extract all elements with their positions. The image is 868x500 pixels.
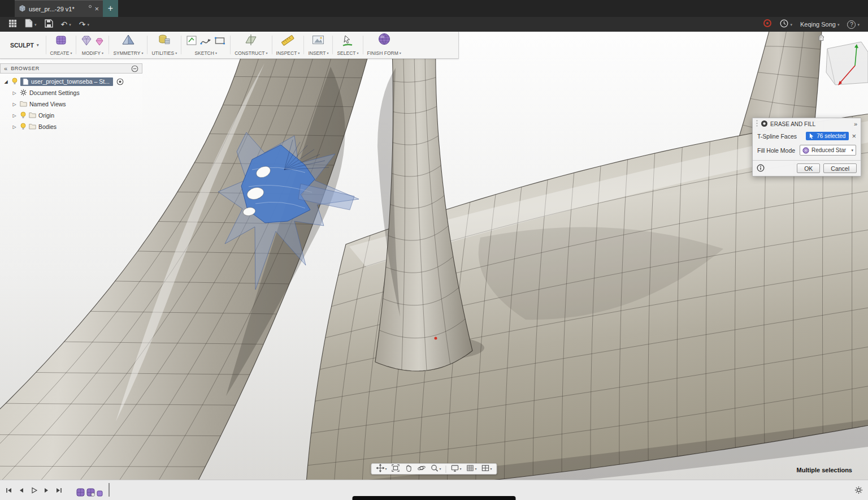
zoom-button[interactable]: ▾	[428, 464, 442, 475]
play-button[interactable]	[30, 486, 38, 494]
cancel-button[interactable]: Cancel	[823, 163, 857, 173]
expand-closed-icon[interactable]: ▷	[11, 90, 18, 96]
form-feature-icon[interactable]	[86, 488, 95, 497]
pan-hand-button[interactable]	[402, 464, 414, 475]
dialog-row-fill-hole-mode: Fill Hole Mode Reduced Star ▾	[753, 143, 861, 158]
tree-row-origin[interactable]: ▷ Origin	[0, 110, 142, 121]
ribbon-separator	[230, 36, 231, 54]
activate-target-icon[interactable]	[116, 78, 124, 85]
expand-open-icon[interactable]: ◢	[3, 79, 9, 84]
root-document-item[interactable]: user_project_townseba – St...	[20, 77, 113, 86]
folder-icon	[29, 123, 36, 131]
form-feature-icon[interactable]	[76, 488, 85, 497]
redo-button[interactable]: ↷▾	[76, 18, 92, 31]
go-to-start-button[interactable]	[5, 486, 13, 494]
fit-icon	[391, 464, 400, 475]
utilities-menu[interactable]: UTILITIES▾	[151, 50, 177, 56]
utilities-stack-icon[interactable]	[158, 33, 171, 49]
undo-button[interactable]: ↶▾	[58, 18, 74, 31]
expand-closed-icon[interactable]: ▷	[11, 124, 18, 130]
ribbon-group-utilities: UTILITIES▾	[149, 32, 180, 58]
orbit-button[interactable]	[415, 464, 427, 475]
caret-down-icon: ▾	[857, 23, 860, 27]
tree-row-document-settings[interactable]: ▷ Document Settings	[0, 87, 142, 98]
rectangle-tool-icon[interactable]	[214, 35, 226, 49]
pan-mode-button[interactable]: ▾	[374, 464, 388, 475]
field-label: T-Spline Faces	[757, 133, 797, 140]
app-grid-icon	[8, 19, 17, 30]
finish-form-menu[interactable]: FINISH FORM▾	[367, 50, 401, 56]
browser-tree: ◢ user_project_townseba – St... ▷ Docume…	[0, 74, 142, 135]
document-tab[interactable]: user_pr...-29 v1* ×	[15, 0, 103, 17]
ribbon-group-create: CREATE▾	[47, 32, 75, 58]
dialog-footer: OK Cancel	[753, 160, 861, 176]
modify-menu[interactable]: MODIFY▾	[82, 50, 103, 56]
minimize-panel-icon[interactable]	[131, 65, 138, 72]
dialog-header[interactable]: ERASE AND FILL »	[753, 118, 861, 130]
tree-row-named-views[interactable]: ▷ Named Views	[0, 98, 142, 110]
info-icon[interactable]	[757, 164, 765, 173]
form-feature-small-icon[interactable]	[97, 490, 103, 497]
file-menu-button[interactable]: ▾	[22, 18, 40, 31]
app-launcher-button[interactable]	[6, 18, 20, 31]
symmetry-menu[interactable]: SYMMETRY▾	[113, 50, 143, 56]
timeline-position-marker[interactable]	[106, 483, 111, 497]
root-document-label: user_project_townseba – St...	[31, 78, 110, 85]
ok-button[interactable]: OK	[797, 163, 820, 173]
select-menu[interactable]: SELECT▾	[337, 50, 358, 56]
construct-menu[interactable]: CONSTRUCT▾	[235, 50, 267, 56]
select-cursor-icon[interactable]	[341, 35, 354, 49]
dialog-title: ERASE AND FILL	[770, 121, 815, 127]
caret-down-icon: ▾	[34, 23, 37, 27]
collapse-panel-icon[interactable]: «	[4, 66, 7, 72]
go-to-end-button[interactable]	[55, 486, 63, 494]
cursor-icon	[809, 133, 814, 139]
new-tab-button[interactable]: +	[103, 0, 118, 17]
insert-menu[interactable]: INSERT▾	[308, 50, 328, 56]
fill-hole-mode-value: Reduced Star	[811, 147, 849, 153]
viewports-button[interactable]: ▾	[480, 464, 494, 475]
visibility-bulb-icon[interactable]	[20, 111, 27, 120]
browser-header[interactable]: « BROWSER	[0, 63, 142, 74]
status-selection-text: Multiple selections	[797, 467, 852, 473]
expand-closed-icon[interactable]: ▷	[11, 102, 18, 107]
tree-row-bodies[interactable]: ▷ Bodies	[0, 121, 142, 132]
drag-grip-icon[interactable]	[756, 119, 758, 128]
inspect-menu[interactable]: INSPECT▾	[276, 50, 300, 56]
close-tab-icon[interactable]: ×	[94, 5, 99, 12]
job-status-button[interactable]	[760, 18, 775, 31]
visibility-bulb-icon[interactable]	[11, 77, 18, 86]
spline-arrow-icon[interactable]	[199, 35, 212, 49]
fill-hole-mode-select[interactable]: Reduced Star ▾	[800, 145, 856, 156]
timeline-options-button[interactable]	[854, 486, 863, 494]
construct-plane-icon[interactable]	[244, 33, 258, 49]
user-account-button[interactable]: Keqing Song▾	[797, 18, 843, 31]
fit-view-button[interactable]	[389, 464, 401, 475]
display-settings-button[interactable]: ▾	[449, 464, 463, 475]
finish-form-sphere-icon[interactable]	[377, 32, 392, 49]
create-menu[interactable]: CREATE▾	[50, 50, 72, 56]
workspace-switcher-button[interactable]: SCULPT▾	[5, 32, 45, 58]
step-forward-button[interactable]	[42, 486, 50, 494]
clear-selection-icon[interactable]: ×	[852, 132, 856, 140]
help-button[interactable]: ?▾	[844, 18, 862, 31]
grid-layout-button[interactable]: ▾	[465, 464, 479, 475]
sketch-menu[interactable]: SKETCH▾	[194, 50, 217, 56]
inspect-ruler-icon[interactable]	[281, 33, 294, 49]
visibility-bulb-icon[interactable]	[20, 123, 27, 131]
insert-image-icon[interactable]	[311, 33, 325, 49]
sketch-pad-icon[interactable]	[185, 35, 198, 49]
redo-icon: ↷	[79, 20, 86, 28]
tree-row-root[interactable]: ◢ user_project_townseba – St...	[0, 76, 142, 87]
ribbon-toolbar: SCULPT▾ CREATE▾ MODIFY▾ SYMMETRY▾ UTILIT…	[0, 32, 459, 59]
notifications-button[interactable]: ▾	[777, 18, 795, 31]
expand-closed-icon[interactable]: ▷	[11, 113, 18, 118]
modify-gem-icon[interactable]	[80, 35, 93, 49]
save-button[interactable]	[42, 18, 56, 31]
create-box-icon[interactable]	[54, 33, 68, 49]
symmetry-cone-icon[interactable]	[121, 33, 135, 49]
step-back-button[interactable]	[18, 486, 25, 494]
selection-chip[interactable]: 76 selected	[806, 132, 849, 140]
modify-gem-pink-icon[interactable]	[94, 37, 105, 49]
expand-dialog-icon[interactable]: »	[854, 120, 858, 127]
